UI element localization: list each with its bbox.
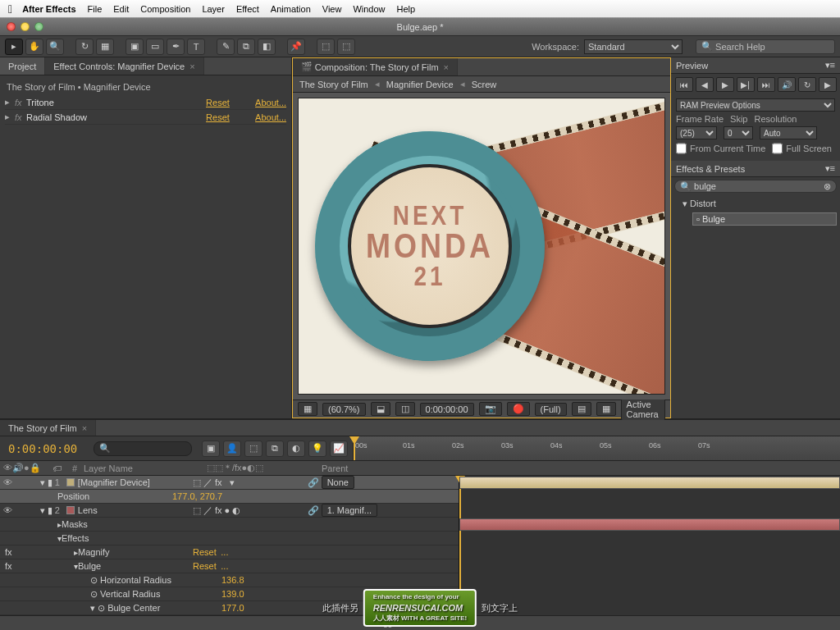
- tab-timeline[interactable]: The Story of Film×: [0, 420, 96, 436]
- camera-tool[interactable]: ▦: [96, 39, 114, 55]
- eraser-tool[interactable]: ◧: [258, 39, 276, 55]
- last-frame-button[interactable]: ⏭: [757, 77, 775, 92]
- region-icon[interactable]: ◫: [395, 402, 415, 416]
- draft3d-icon[interactable]: ⬚: [244, 441, 262, 457]
- position-value[interactable]: 177.0, 270.7: [172, 491, 222, 501]
- snap-icon-2[interactable]: ⬚: [337, 39, 355, 55]
- parent-dropdown[interactable]: None: [322, 476, 354, 489]
- effect-item-bulge[interactable]: ▫ Bulge: [692, 212, 837, 226]
- menu-view[interactable]: View: [322, 4, 342, 14]
- menu-edit[interactable]: Edit: [113, 4, 129, 14]
- effect-row-radial-shadow[interactable]: ▸ fx Radial Shadow Reset About...: [5, 110, 286, 125]
- effects-search-input[interactable]: 🔍 bulge ⊗: [674, 180, 837, 193]
- prev-frame-button[interactable]: ◀: [696, 77, 714, 92]
- res-icon[interactable]: ⬓: [371, 402, 390, 416]
- close-icon[interactable]: ×: [444, 62, 449, 72]
- framerate-select[interactable]: (25): [676, 126, 717, 139]
- prop-hradius[interactable]: ⊙ Horizontal Radius136.8: [0, 573, 459, 587]
- graph-icon[interactable]: 📈: [330, 441, 348, 457]
- first-frame-button[interactable]: ⏮: [675, 77, 693, 92]
- resolution-select[interactable]: Auto: [760, 126, 817, 139]
- menu-effect[interactable]: Effect: [236, 4, 259, 14]
- menu-animation[interactable]: Animation: [271, 4, 311, 14]
- puppet-tool[interactable]: 📌: [287, 39, 305, 55]
- ram-options-select[interactable]: RAM Preview Options: [676, 98, 835, 112]
- menu-window[interactable]: Window: [353, 4, 385, 14]
- layer-search-input[interactable]: 🔍: [94, 441, 192, 456]
- skip-select[interactable]: 0: [724, 126, 753, 139]
- comp-mini-icon[interactable]: ▣: [202, 441, 220, 457]
- close-icon[interactable]: ×: [189, 62, 194, 71]
- layer-bar-2[interactable]: [459, 518, 840, 531]
- effect-row-tritone[interactable]: ▸ fx Tritone Reset About...: [5, 95, 286, 110]
- menu-file[interactable]: File: [88, 4, 103, 14]
- zoom-dropdown[interactable]: (60.7%): [322, 403, 366, 416]
- guides-icon[interactable]: ▤: [572, 402, 591, 416]
- about-link[interactable]: About...: [255, 98, 286, 107]
- close-icon[interactable]: ×: [82, 423, 87, 433]
- about-link[interactable]: About...: [255, 112, 286, 122]
- menu-layer[interactable]: Layer: [202, 4, 225, 14]
- tab-project[interactable]: Project: [0, 57, 45, 75]
- crumb[interactable]: The Story of Film: [299, 80, 368, 89]
- property-position[interactable]: Position 177.0, 270.7: [0, 490, 459, 504]
- grid-icon[interactable]: ▦: [298, 402, 317, 416]
- time-ruler[interactable]: 00s 01s 02s 03s 04s 05s 06s 07s: [354, 436, 840, 460]
- panel-menu-icon[interactable]: ▾≡: [825, 60, 835, 71]
- layer-row-2[interactable]: 👁▾ ▮ 2 Lens ⬚ ／ fx ● ◐ 🔗 1. Magnif...: [0, 504, 459, 518]
- zoom-tool[interactable]: 🔍: [46, 39, 64, 55]
- mask-icon[interactable]: ▦: [596, 402, 616, 416]
- brainstorm-icon[interactable]: 💡: [308, 441, 326, 457]
- view-dropdown[interactable]: Active Camera: [621, 398, 665, 421]
- rect-tool[interactable]: ▭: [146, 39, 164, 55]
- snapshot-icon[interactable]: 📷: [479, 402, 502, 416]
- res-dropdown[interactable]: (Full): [535, 403, 567, 416]
- clone-tool[interactable]: ⧉: [237, 39, 255, 55]
- group-effects[interactable]: ▾ Effects: [0, 532, 459, 546]
- frame-blend-icon[interactable]: ⧉: [266, 441, 284, 457]
- prop-vradius[interactable]: ⊙ Vertical Radius139.0: [0, 587, 459, 601]
- layer-bar-1[interactable]: [459, 477, 840, 489]
- prop-bulge-center[interactable]: ▾ ⊙ Bulge Center177.0: [0, 601, 459, 615]
- hand-tool[interactable]: ✋: [25, 39, 43, 55]
- menu-help[interactable]: Help: [397, 4, 416, 14]
- toggle-switches-button[interactable]: Toggle Switches / Modes: [0, 615, 840, 630]
- timecode[interactable]: 0:00:00:00: [0, 442, 89, 455]
- next-frame-button[interactable]: ▶|: [737, 77, 755, 92]
- brush-tool[interactable]: ✎: [217, 39, 235, 55]
- menu-composition[interactable]: Composition: [140, 4, 190, 14]
- group-masks[interactable]: ▸ Masks: [0, 518, 459, 532]
- effect-category[interactable]: ▾ Distort: [674, 197, 837, 211]
- zoom-icon[interactable]: [34, 22, 43, 31]
- workspace-select[interactable]: Standard: [584, 39, 682, 54]
- from-current-checkbox[interactable]: From Current Time: [676, 142, 765, 155]
- crumb[interactable]: Magnifier Device: [386, 80, 454, 89]
- effect-magnify[interactable]: fx▸ MagnifyReset ...: [0, 546, 459, 559]
- audio-button[interactable]: 🔊: [778, 77, 796, 92]
- reset-link[interactable]: Reset: [206, 98, 255, 107]
- play-button[interactable]: ▶: [716, 77, 734, 92]
- viewer[interactable]: NEXT MONDA 21: [293, 93, 670, 399]
- motion-blur-icon[interactable]: ◐: [287, 441, 305, 457]
- twirl-icon[interactable]: ▸: [5, 112, 15, 122]
- search-help-input[interactable]: 🔍 Search Help: [696, 39, 835, 54]
- effect-bulge[interactable]: fx▾ BulgeReset ...: [0, 559, 459, 573]
- crumb[interactable]: Screw: [472, 80, 497, 89]
- anchor-tool[interactable]: ▣: [126, 39, 144, 55]
- selection-tool[interactable]: ▸: [5, 39, 23, 55]
- track-area[interactable]: [459, 476, 840, 615]
- ram-preview-button[interactable]: ▶: [819, 77, 837, 92]
- tab-composition[interactable]: 🎬 Composition: The Story of Film×: [293, 58, 458, 75]
- shy-icon[interactable]: 👤: [223, 441, 241, 457]
- parent-dropdown[interactable]: 1. Magnif...: [322, 504, 377, 517]
- panel-menu-icon[interactable]: ▾≡: [825, 163, 835, 174]
- apple-logo-icon[interactable]: : [8, 2, 12, 16]
- reset-link[interactable]: Reset: [206, 112, 255, 122]
- full-screen-checkbox[interactable]: Full Screen: [772, 142, 832, 155]
- app-name[interactable]: After Effects: [22, 4, 75, 14]
- pen-tool[interactable]: ✒: [167, 39, 185, 55]
- snap-icon[interactable]: ⬚: [317, 39, 335, 55]
- channel-icon[interactable]: 🔴: [507, 402, 530, 416]
- loop-button[interactable]: ↻: [798, 77, 816, 92]
- minimize-icon[interactable]: [21, 22, 30, 31]
